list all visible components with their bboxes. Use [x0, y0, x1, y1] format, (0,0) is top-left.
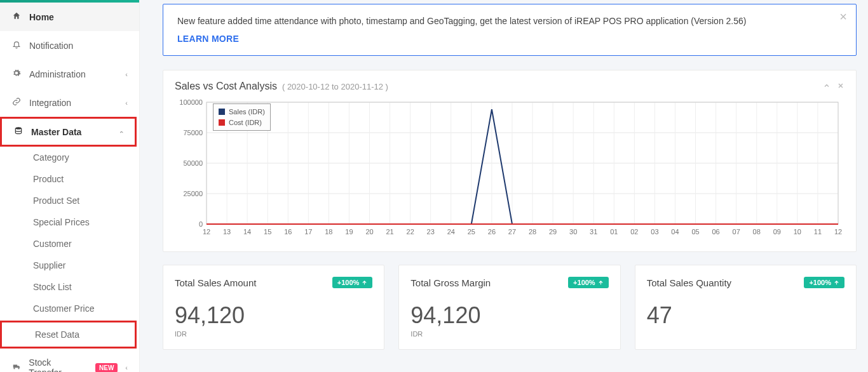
- svg-text:75000: 75000: [183, 129, 203, 136]
- svg-point-0: [15, 127, 21, 130]
- stat-card-1: Total Gross Margin +100% 94,120 IDR: [398, 265, 620, 350]
- legend-swatch: [219, 119, 225, 126]
- master-data-children: CategoryProductProduct SetSpecial Prices…: [0, 147, 139, 349]
- nav-integration[interactable]: Integration ‹: [0, 88, 139, 117]
- svg-text:12: 12: [203, 228, 210, 236]
- sales-cost-chart: 0250005000075000100000121314151617181920…: [175, 100, 844, 239]
- svg-text:50000: 50000: [183, 159, 203, 167]
- svg-text:0: 0: [199, 220, 203, 228]
- chevron-left-icon: ‹: [125, 70, 128, 78]
- stat-title: Total Sales Quantity: [647, 277, 731, 288]
- nav-master-data[interactable]: Master Data ‹: [2, 119, 135, 145]
- svg-text:12: 12: [834, 228, 842, 236]
- svg-text:07: 07: [733, 228, 740, 236]
- nav-stock-transfer[interactable]: Stock Transfer NEW ‹: [0, 349, 139, 372]
- svg-text:20: 20: [365, 228, 373, 236]
- svg-text:01: 01: [610, 228, 618, 236]
- svg-text:25000: 25000: [183, 190, 203, 197]
- svg-text:22: 22: [407, 228, 414, 236]
- chart-title: Sales vs Cost Analysis: [175, 81, 277, 92]
- stat-card-2: Total Sales Quantity +100% 47: [635, 265, 857, 350]
- alert-learn-more-link[interactable]: LEARN MORE: [177, 34, 239, 44]
- sub-item-product-set[interactable]: Product Set: [0, 190, 139, 211]
- svg-text:02: 02: [630, 228, 638, 236]
- svg-text:24: 24: [447, 228, 455, 236]
- svg-text:19: 19: [345, 228, 353, 236]
- svg-text:08: 08: [753, 228, 761, 236]
- sub-item-category[interactable]: Category: [0, 147, 139, 168]
- stat-value: 94,120: [410, 302, 608, 329]
- nav-integration-label: Integration: [29, 98, 71, 108]
- highlight-master-data: Master Data ‹: [0, 117, 137, 147]
- svg-text:28: 28: [529, 228, 536, 236]
- chart-subtitle: ( 2020-10-12 to 2020-11-12 ): [282, 82, 388, 91]
- chart-card: Sales vs Cost Analysis ( 2020-10-12 to 2…: [163, 70, 857, 252]
- svg-text:25: 25: [468, 228, 475, 236]
- stat-value: 94,120: [175, 302, 372, 329]
- alert-close-button[interactable]: ×: [839, 10, 847, 24]
- sub-item-product[interactable]: Product: [0, 168, 139, 190]
- feature-alert: × New feature added time attendance with…: [163, 4, 857, 56]
- svg-text:17: 17: [304, 228, 312, 236]
- chart-legend: Sales (IDR) Cost (IDR): [213, 103, 271, 131]
- stat-badge: +100%: [332, 277, 373, 288]
- svg-text:06: 06: [712, 228, 719, 236]
- svg-text:31: 31: [590, 228, 597, 236]
- truck-icon: [11, 362, 21, 373]
- sub-item-customer-price[interactable]: Customer Price: [0, 298, 139, 319]
- svg-text:100000: 100000: [179, 100, 203, 106]
- svg-text:04: 04: [671, 228, 679, 236]
- stat-value: 47: [647, 302, 844, 329]
- svg-text:10: 10: [794, 228, 801, 236]
- nav-home[interactable]: Home: [0, 3, 139, 31]
- highlight-reset-data: Reset Data: [0, 321, 137, 349]
- nav-administration-label: Administration: [29, 69, 86, 79]
- sub-item-customer[interactable]: Customer: [0, 233, 139, 255]
- legend-swatch: [219, 109, 225, 115]
- chevron-left-icon: ‹: [125, 364, 128, 371]
- main-content: × New feature added time attendance with…: [140, 0, 868, 372]
- nav-home-label: Home: [29, 12, 54, 22]
- chevron-down-icon: ‹: [118, 131, 126, 133]
- nav-notification-label: Notification: [29, 41, 73, 51]
- legend-item: Cost (IDR): [219, 117, 265, 128]
- badge-new: NEW: [95, 363, 118, 373]
- sub-item-reset-data[interactable]: Reset Data: [2, 322, 135, 347]
- chevron-left-icon: ‹: [125, 99, 128, 107]
- svg-text:14: 14: [243, 228, 251, 236]
- legend-item: Sales (IDR): [219, 107, 265, 117]
- stat-badge: +100%: [568, 277, 609, 288]
- stat-title: Total Gross Margin: [410, 277, 491, 288]
- svg-text:26: 26: [488, 228, 496, 236]
- nav-master-data-label: Master Data: [31, 127, 81, 137]
- svg-text:15: 15: [264, 228, 271, 236]
- home-icon: [11, 11, 22, 22]
- sub-item-stock-list[interactable]: Stock List: [0, 276, 139, 298]
- sidebar: Home Notification Administration ‹ Integ…: [0, 0, 140, 372]
- sub-item-supplier[interactable]: Supplier: [0, 255, 139, 276]
- stat-badge: +100%: [804, 277, 844, 288]
- svg-text:11: 11: [814, 228, 822, 236]
- stat-card-0: Total Sales Amount +100% 94,120 IDR: [163, 265, 384, 350]
- stat-unit: IDR: [175, 330, 372, 338]
- legend-label: Sales (IDR): [229, 107, 265, 117]
- close-icon[interactable]: [837, 81, 844, 91]
- nav-notification[interactable]: Notification: [0, 31, 139, 60]
- nav-administration[interactable]: Administration ‹: [0, 60, 139, 88]
- collapse-icon[interactable]: [823, 81, 831, 91]
- svg-text:21: 21: [386, 228, 393, 236]
- svg-text:30: 30: [569, 228, 577, 236]
- link-icon: [11, 97, 22, 108]
- svg-text:23: 23: [427, 228, 435, 236]
- gear-icon: [11, 69, 22, 79]
- sub-item-special-prices[interactable]: Special Prices: [0, 211, 139, 233]
- database-icon: [13, 126, 24, 137]
- stats-row: Total Sales Amount +100% 94,120 IDR Tota…: [163, 265, 857, 350]
- nav-stock-transfer-label: Stock Transfer: [29, 357, 84, 372]
- svg-text:18: 18: [325, 228, 332, 236]
- svg-text:29: 29: [549, 228, 557, 236]
- svg-text:03: 03: [651, 228, 658, 236]
- svg-text:16: 16: [284, 228, 292, 236]
- stat-title: Total Sales Amount: [175, 277, 256, 288]
- legend-label: Cost (IDR): [229, 117, 262, 128]
